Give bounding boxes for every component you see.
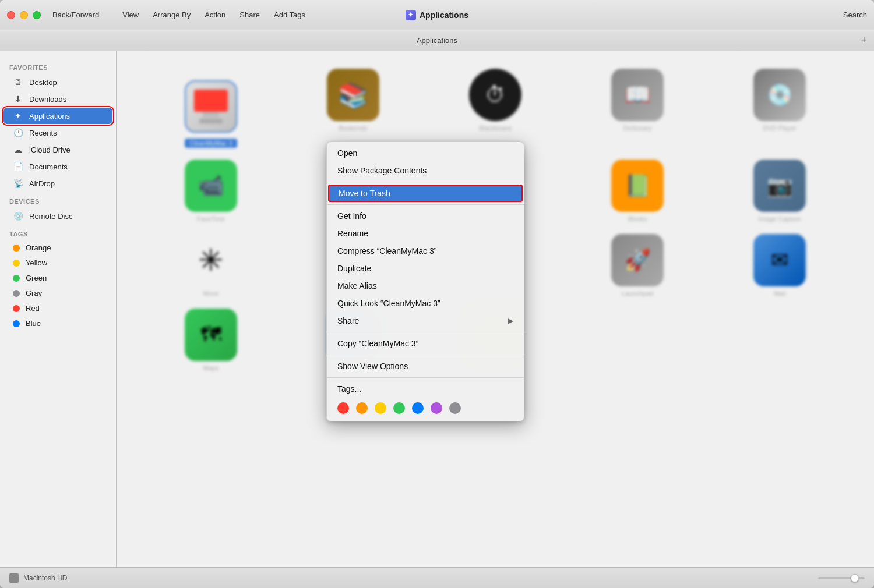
cm-separator-2 [327,204,524,205]
cm-show-view-options[interactable]: Show View Options [327,357,524,375]
app-dvdplayer: 💿 DVD Player [714,69,845,148]
menu-share[interactable]: Share [239,10,260,19]
cm-duplicate[interactable]: Duplicate [327,260,524,277]
blue-tag-dot [13,320,20,327]
orange-tag-dot [13,245,20,252]
remote-disc-icon: 💿 [13,211,23,221]
sidebar-item-icloud[interactable]: ☁ iCloud Drive [3,141,112,158]
gray-tag-dot [13,290,20,297]
cm-copy[interactable]: Copy “CleanMyMac 3” [327,335,524,352]
content-area: CleanMyMac 3 📚 Bookends ⏱ Blackboard 📖 D… [117,51,874,567]
cm-separator-5 [327,377,524,378]
cm-tags[interactable]: Tags... [327,380,524,398]
cm-separator-3 [327,332,524,332]
color-dot-blue[interactable] [412,402,424,414]
cm-get-info[interactable]: Get Info [327,207,524,225]
sidebar-item-red[interactable]: Red [3,301,112,316]
sidebar-item-downloads[interactable]: ⬇ Downloads [3,91,112,107]
cm-open[interactable]: Open [327,144,524,162]
traffic-lights [7,11,41,19]
sidebar-item-blue[interactable]: Blue [3,316,112,331]
context-menu: Open Show Package Contents Move to Trash… [326,141,524,421]
color-dot-yellow[interactable] [375,402,386,414]
desktop-icon: 🖥 [13,77,23,87]
cm-compress[interactable]: Compress “CleanMyMac 3” [327,242,524,260]
sidebar-item-gray[interactable]: Gray [3,286,112,300]
yellow-tag-dot [13,260,20,267]
menu-action[interactable]: Action [205,10,225,19]
disk-label: Macintosh HD [23,574,67,582]
sidebar-item-desktop[interactable]: 🖥 Desktop [3,74,112,90]
red-tag-dot [13,305,20,312]
sidebar-item-orange[interactable]: Orange [3,240,112,255]
cm-quick-look[interactable]: Quick Look “CleanMyMac 3” [327,295,524,312]
cm-move-to-trash[interactable]: Move to Trash [328,185,523,202]
tabbar: Applications + [0,30,874,51]
downloads-icon: ⬇ [13,94,23,104]
app-dictionary: 📖 Dictionary [572,69,703,148]
sidebar-item-applications[interactable]: ✦ Applications [3,108,112,124]
main-area: Favorites 🖥 Desktop ⬇ Downloads ✦ Applic… [0,51,874,567]
cm-make-alias[interactable]: Make Alias [327,277,524,295]
icloud-icon: ☁ [13,144,23,155]
app-bookends: 📚 Bookends [288,69,418,148]
devices-section: Devices [0,192,116,207]
search-button[interactable]: Search [843,10,867,19]
slider-thumb[interactable] [851,574,859,582]
green-tag-dot [13,275,20,282]
cm-share[interactable]: Share ▶ [327,312,524,330]
color-dot-purple[interactable] [431,402,442,414]
new-tab-button[interactable]: + [861,34,867,47]
app-facetime: 📹 FaceTime [146,160,276,222]
app-maps: 🗺 Maps [146,309,276,371]
app-blackboard: ⏱ Blackboard [430,69,561,148]
sidebar-item-airdrop[interactable]: 📡 AirDrop [3,175,112,192]
airdrop-icon: 📡 [13,178,23,189]
app-imagecapture: 📷 Image Capture [714,160,845,222]
app-mail: ✉ Mail [714,234,845,297]
back-forward-nav[interactable]: Back/Forward [52,10,99,19]
color-dot-orange[interactable] [356,402,368,414]
menu-view[interactable]: View [122,10,139,19]
window-title-center: ✦ Applications [406,10,468,20]
sidebar-item-recents[interactable]: 🕐 Recents [3,125,112,141]
disk-icon [9,573,19,583]
window-title-text: Applications [420,10,468,20]
cm-rename[interactable]: Rename [327,225,524,242]
menu-addtags[interactable]: Add Tags [274,10,305,19]
color-dot-green[interactable] [393,402,405,414]
cm-show-package[interactable]: Show Package Contents [327,162,524,179]
app-cleanmymac-selected: CleanMyMac 3 [146,80,276,148]
cm-separator-4 [327,355,524,355]
documents-icon: 📄 [13,161,23,172]
share-arrow-icon: ▶ [508,317,513,325]
window-app-icon: ✦ [406,10,416,20]
close-button[interactable] [7,11,15,19]
sidebar-item-documents[interactable]: 📄 Documents [3,158,112,175]
zoom-slider[interactable] [818,577,865,579]
applications-icon: ✦ [13,111,23,121]
tab-applications[interactable]: Applications [417,36,457,45]
app-ibooks: 📗 iBooks [572,160,703,222]
maximize-button[interactable] [33,11,41,19]
favorites-section: Favorites [0,58,116,73]
color-dot-gray[interactable] [449,402,461,414]
color-dot-red[interactable] [337,402,349,414]
cm-separator-1 [327,182,524,182]
recents-icon: 🕐 [13,127,23,138]
finder-window: Back/Forward View Arrange By Action Shar… [0,0,874,588]
sidebar-item-remote-disc[interactable]: 💿 Remote Disc [3,208,112,224]
slider-track[interactable] [818,577,865,579]
color-dots-row [327,398,524,419]
titlebar: Back/Forward View Arrange By Action Shar… [0,0,874,30]
sidebar-item-yellow[interactable]: Yellow [3,256,112,270]
titlebar-menu: View Arrange By Action Share Add Tags [122,10,305,19]
app-launchpad: 🚀 Launchpad [572,234,703,297]
sidebar: Favorites 🖥 Desktop ⬇ Downloads ✦ Applic… [0,51,117,567]
tags-section: Tags [0,225,116,240]
menu-arrange[interactable]: Arrange By [153,10,191,19]
app-move: ✳ Move [146,234,276,297]
sidebar-item-green[interactable]: Green [3,271,112,285]
bottom-bar: Macintosh HD [0,567,874,588]
minimize-button[interactable] [20,11,28,19]
